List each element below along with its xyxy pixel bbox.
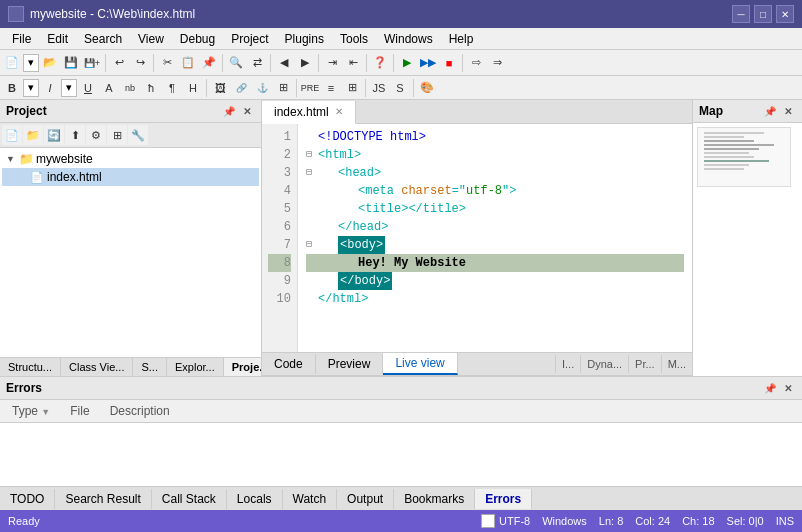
editor-tab-index[interactable]: index.html ✕ <box>262 101 356 124</box>
replace-button[interactable]: ⇄ <box>247 53 267 73</box>
bottom-tab-search[interactable]: Search Result <box>55 489 151 509</box>
color-button[interactable]: 🎨 <box>417 78 437 98</box>
editor-tab-close[interactable]: ✕ <box>335 106 343 117</box>
help-btn[interactable]: ❓ <box>370 53 390 73</box>
proj-refresh[interactable]: 🔄 <box>44 125 64 145</box>
menu-file[interactable]: File <box>4 30 39 48</box>
proj-up[interactable]: ⬆ <box>65 125 85 145</box>
find-button[interactable]: 🔍 <box>226 53 246 73</box>
bottom-tab-bookmarks[interactable]: Bookmarks <box>394 489 475 509</box>
unindent-button[interactable]: ⇤ <box>343 53 363 73</box>
close-button[interactable]: ✕ <box>776 5 794 23</box>
link-button[interactable]: 🔗 <box>231 78 251 98</box>
table-button[interactable]: ⊞ <box>273 78 293 98</box>
sidebar-tab-class[interactable]: Class Vie... <box>61 358 133 376</box>
debug-button[interactable]: ▶▶ <box>418 53 438 73</box>
sidebar-tab-project[interactable]: Proje... <box>224 358 261 376</box>
step-button[interactable]: ⇨ <box>466 53 486 73</box>
font-dropdown[interactable]: ▾ <box>23 79 39 97</box>
proj-folder[interactable]: 📁 <box>23 125 43 145</box>
bold-button[interactable]: B <box>2 78 22 98</box>
map-close[interactable]: ✕ <box>780 103 796 119</box>
panel-pin[interactable]: 📌 <box>221 103 237 119</box>
tree-file-index[interactable]: 📄 index.html <box>2 168 259 186</box>
stop-button[interactable]: ■ <box>439 53 459 73</box>
underline-button[interactable]: U <box>78 78 98 98</box>
indent-button[interactable]: ⇥ <box>322 53 342 73</box>
style-button[interactable]: S <box>390 78 410 98</box>
code-editor[interactable]: <!DOCTYPE html> ⊟ <html> ⊟ <head> <meta … <box>298 124 692 352</box>
proj-layout[interactable]: ⊞ <box>107 125 127 145</box>
stepover-button[interactable]: ⇒ <box>487 53 507 73</box>
bottom-tab-callstack[interactable]: Call Stack <box>152 489 227 509</box>
errors-content <box>0 423 802 486</box>
menu-debug[interactable]: Debug <box>172 30 223 48</box>
menu-project[interactable]: Project <box>223 30 276 48</box>
bottom-tab-output[interactable]: Output <box>337 489 394 509</box>
anchor-button[interactable]: ⚓ <box>252 78 272 98</box>
proj-settings[interactable]: ⚙ <box>86 125 106 145</box>
bottom-tab-locals[interactable]: Locals <box>227 489 283 509</box>
save-button[interactable]: 💾 <box>61 53 81 73</box>
run-button[interactable]: ▶ <box>397 53 417 73</box>
mode-tab-i[interactable]: I... <box>555 355 580 373</box>
save-all-button[interactable]: 💾+ <box>82 53 102 73</box>
minimize-button[interactable]: ─ <box>732 5 750 23</box>
format3-button[interactable]: ¶ <box>162 78 182 98</box>
mode-tab-dyna[interactable]: Dyna... <box>580 355 628 373</box>
paste-button[interactable]: 📌 <box>199 53 219 73</box>
code-line-8: Hey! My Website <box>306 254 684 272</box>
ln3: 3 <box>268 164 291 182</box>
menu-help[interactable]: Help <box>441 30 482 48</box>
menu-search[interactable]: Search <box>76 30 130 48</box>
script-button[interactable]: JS <box>369 78 389 98</box>
list-button[interactable]: ≡ <box>321 78 341 98</box>
mode-tab-code[interactable]: Code <box>262 354 316 374</box>
pre-button[interactable]: PRE <box>300 78 320 98</box>
map-content <box>693 123 802 376</box>
sep5 <box>318 54 319 72</box>
bottom-tab-watch[interactable]: Watch <box>283 489 338 509</box>
bottom-tab-errors[interactable]: Errors <box>475 489 532 509</box>
menu-edit[interactable]: Edit <box>39 30 76 48</box>
italic-button[interactable]: I <box>40 78 60 98</box>
mode-tab-preview[interactable]: Preview <box>316 354 384 374</box>
align-button[interactable]: A <box>99 78 119 98</box>
sidebar-tab-s[interactable]: S... <box>133 358 167 376</box>
proj-config[interactable]: 🔧 <box>128 125 148 145</box>
copy-button[interactable]: 📋 <box>178 53 198 73</box>
panel-close[interactable]: ✕ <box>239 103 255 119</box>
italic-dropdown[interactable]: ▾ <box>61 79 77 97</box>
errors-pin[interactable]: 📌 <box>762 380 778 396</box>
new-button[interactable]: 📄 <box>2 53 22 73</box>
menu-windows[interactable]: Windows <box>376 30 441 48</box>
menu-view[interactable]: View <box>130 30 172 48</box>
mode-tab-m[interactable]: M... <box>661 355 692 373</box>
new-dropdown[interactable]: ▾ <box>23 54 39 72</box>
tree-root[interactable]: ▼ 📁 mywebsite <box>2 150 259 168</box>
open-button[interactable]: 📂 <box>40 53 60 73</box>
fold3: ⊟ <box>306 164 318 182</box>
sidebar-tab-structure[interactable]: Structu... <box>0 358 61 376</box>
table2-button[interactable]: ⊞ <box>342 78 362 98</box>
forward-button[interactable]: ▶ <box>295 53 315 73</box>
maximize-button[interactable]: □ <box>754 5 772 23</box>
mode-tab-live[interactable]: Live view <box>383 353 457 375</box>
back-button[interactable]: ◀ <box>274 53 294 73</box>
map-pin[interactable]: 📌 <box>762 103 778 119</box>
menu-tools[interactable]: Tools <box>332 30 376 48</box>
app-icon <box>8 6 24 22</box>
bottom-tab-todo[interactable]: TODO <box>0 489 55 509</box>
format1-button[interactable]: nb <box>120 78 140 98</box>
format4-button[interactable]: H <box>183 78 203 98</box>
cut-button[interactable]: ✂ <box>157 53 177 73</box>
menu-plugins[interactable]: Plugins <box>277 30 332 48</box>
redo-button[interactable]: ↪ <box>130 53 150 73</box>
format2-button[interactable]: ħ <box>141 78 161 98</box>
undo-button[interactable]: ↩ <box>109 53 129 73</box>
proj-new[interactable]: 📄 <box>2 125 22 145</box>
errors-close[interactable]: ✕ <box>780 380 796 396</box>
image-button[interactable]: 🖼 <box>210 78 230 98</box>
mode-tab-pr[interactable]: Pr... <box>628 355 661 373</box>
sidebar-tab-explorer[interactable]: Explor... <box>167 358 224 376</box>
